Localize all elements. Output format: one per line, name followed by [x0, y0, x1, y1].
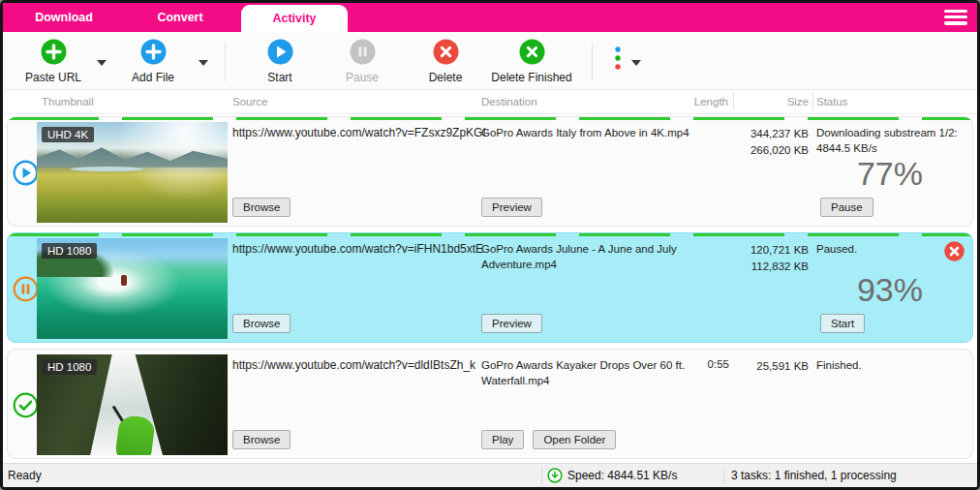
check-circle-icon: [13, 392, 39, 418]
col-length[interactable]: Length: [670, 96, 728, 107]
size-line: 120,721 KB: [726, 242, 809, 259]
progress-percent: 77%: [724, 157, 923, 190]
source-url: https://www.youtube.com/watch?v=FZsxz9Zp…: [232, 126, 486, 139]
size-line: 344,237 KB: [726, 126, 809, 142]
app-window: Download Convert Activity Paste URL Add …: [0, 0, 980, 490]
download-row-1[interactable]: UHD 4K https://www.youtube.com/watch?v=F…: [7, 116, 973, 227]
statusbar-divider: [723, 467, 724, 484]
col-source[interactable]: Source: [232, 96, 267, 107]
status-line: Finished.: [816, 358, 971, 374]
progress-bar: [8, 233, 972, 236]
open-folder-button[interactable]: Open Folder: [533, 430, 616, 449]
video-thumbnail[interactable]: HD 1080: [37, 354, 228, 455]
add-file-button[interactable]: Add File: [112, 39, 194, 84]
hamburger-bar: [944, 15, 967, 18]
delete-x-icon: [433, 39, 459, 65]
col-thumbnail[interactable]: Thumbnail: [42, 96, 94, 107]
tab-download[interactable]: Download: [11, 3, 117, 32]
delete-label: Delete: [404, 71, 487, 84]
delete-button[interactable]: Delete: [404, 39, 487, 84]
hamburger-menu-icon[interactable]: [944, 10, 967, 28]
start-label: Start: [241, 71, 319, 84]
tasks-summary-text: 3 tasks: 1 finished, 1 processing: [731, 469, 897, 482]
start-button[interactable]: Start: [241, 39, 319, 84]
status-ready-text: Ready: [8, 469, 42, 482]
pause-icon: [350, 39, 376, 65]
pause-task-button[interactable]: Pause: [820, 198, 873, 217]
preview-button[interactable]: Preview: [481, 314, 542, 333]
header-divider: [733, 93, 734, 110]
tab-activity[interactable]: Activity: [241, 5, 348, 32]
status-cell: Downloading substream 1/2: 4844.5 KB/s: [816, 126, 971, 156]
download-row-2[interactable]: HD 1080 https://www.youtube.com/watch?v=…: [7, 232, 973, 343]
toolbar-separator: [225, 43, 226, 81]
browse-button[interactable]: Browse: [232, 314, 291, 333]
speed-panel: Speed: 4844.51 KB/s: [547, 468, 677, 483]
download-row-3[interactable]: HD 1080 https://www.youtube.com/watch?v=…: [7, 349, 973, 459]
plus-circle-blue-icon: [140, 39, 167, 65]
paste-url-dropdown-icon[interactable]: [95, 58, 108, 68]
play-circle-icon: [13, 160, 39, 186]
destination-filename: GoPro Awards Julune - A June and July Ad…: [481, 242, 696, 272]
header-divider: [812, 93, 813, 110]
hamburger-bar: [944, 10, 967, 13]
start-play-icon: [267, 39, 293, 65]
video-thumbnail[interactable]: HD 1080: [37, 238, 228, 339]
delete-finished-x-icon: [519, 39, 545, 65]
paste-url-label: Paste URL: [13, 71, 94, 84]
toolbar-separator: [592, 43, 593, 81]
destination-filename: GoPro Awards Italy from Above in 4K.mp4: [481, 126, 696, 141]
download-speed-icon: [547, 468, 563, 483]
plus-circle-green-icon: [41, 39, 67, 65]
add-file-label: Add File: [112, 71, 194, 84]
size-cell: 25,591 KB: [726, 358, 809, 375]
remove-task-button[interactable]: [944, 241, 965, 261]
table-header: Thumbnail Source Destination Length Size…: [3, 90, 977, 114]
toolbar: Paste URL Add File Start Pause Delete De…: [3, 32, 977, 90]
quality-badge: UHD 4K: [42, 127, 94, 142]
status-line: Downloading substream 1/2:: [816, 126, 971, 141]
tab-convert[interactable]: Convert: [117, 3, 243, 32]
paste-url-button[interactable]: Paste URL: [13, 39, 94, 84]
status-bar: Ready Speed: 4844.51 KB/s 3 tasks: 1 fin…: [3, 463, 977, 487]
task-list: UHD 4K https://www.youtube.com/watch?v=F…: [3, 114, 977, 459]
source-url: https://www.youtube.com/watch?v=iFHN1bd5…: [232, 242, 483, 256]
quality-badge: HD 1080: [42, 243, 97, 259]
browse-button[interactable]: Browse: [232, 198, 291, 217]
browse-button[interactable]: Browse: [232, 430, 291, 449]
pause-circle-icon: [13, 276, 39, 302]
quality-badge: HD 1080: [42, 359, 97, 375]
more-options-dropdown-icon[interactable]: [629, 58, 643, 68]
add-file-dropdown-icon[interactable]: [197, 58, 210, 68]
speed-text: Speed: 4844.51 KB/s: [567, 469, 677, 482]
size-cell: 120,721 KB 112,832 KB: [726, 242, 809, 274]
close-x-icon: [944, 241, 965, 261]
tab-bar: Download Convert Activity: [3, 3, 977, 32]
video-thumbnail[interactable]: UHD 4K: [37, 122, 228, 223]
thumbnail-detail: [114, 414, 156, 455]
col-destination[interactable]: Destination: [481, 96, 537, 107]
play-button[interactable]: Play: [481, 430, 524, 449]
hamburger-bar: [944, 21, 967, 24]
preview-button[interactable]: Preview: [481, 198, 542, 217]
delete-finished-button[interactable]: Delete Finished: [481, 39, 582, 84]
statusbar-divider: [541, 467, 542, 484]
progress-percent: 93%: [724, 273, 923, 306]
more-options-dots-icon[interactable]: [611, 45, 625, 74]
length-cell: 0:55: [666, 358, 729, 370]
pause-button[interactable]: Pause: [323, 39, 401, 84]
start-task-button[interactable]: Start: [820, 314, 865, 333]
status-line: 4844.5 KB/s: [816, 141, 971, 157]
pause-label: Pause: [323, 71, 401, 84]
col-size[interactable]: Size: [731, 96, 809, 107]
size-line: 25,591 KB: [726, 358, 809, 375]
col-status[interactable]: Status: [816, 96, 848, 107]
size-line: 266,020 KB: [726, 142, 809, 159]
source-url: https://www.youtube.com/watch?v=dldIBtsZ…: [232, 358, 475, 372]
status-cell: Finished.: [816, 358, 971, 374]
progress-bar: [8, 117, 972, 120]
destination-filename: GoPro Awards Kayaker Drops Over 60 ft. W…: [481, 358, 696, 388]
size-line: 112,832 KB: [726, 259, 809, 275]
delete-finished-label: Delete Finished: [481, 71, 582, 84]
size-cell: 344,237 KB 266,020 KB: [726, 126, 809, 158]
